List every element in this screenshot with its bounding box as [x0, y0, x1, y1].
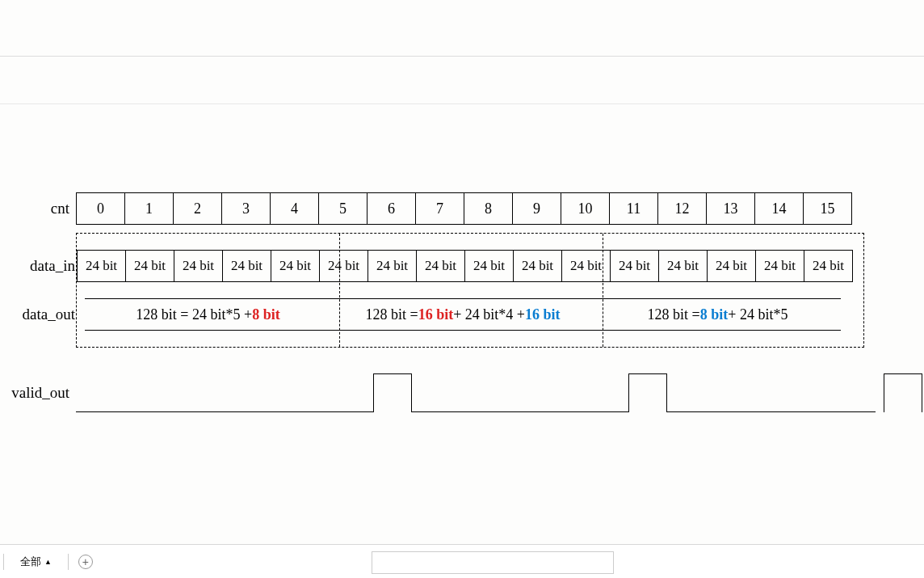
data-in-cell: 24 bit — [707, 250, 756, 282]
footer-all-label: 全部 — [20, 555, 41, 569]
data-in-cell: 24 bit — [77, 250, 126, 282]
cnt-cell: 5 — [318, 192, 368, 225]
cnt-cell: 2 — [173, 192, 222, 225]
valid-track — [76, 373, 876, 412]
group-divider — [339, 234, 340, 347]
cnt-cell: 1 — [124, 192, 174, 225]
row-data-out: data_out 128 bit = 24 bit*5 + 8 bit 128 … — [77, 290, 863, 342]
footer-all-button[interactable]: 全部 ▲ — [14, 555, 58, 569]
data-in-cell: 24 bit — [513, 250, 562, 282]
footer-sep — [68, 554, 69, 570]
data-in-cell: 24 bit — [658, 250, 708, 282]
plus-icon: + — [82, 555, 89, 568]
row-cnt: cnt 0 1 2 3 4 5 6 7 8 9 10 11 12 13 14 1… — [11, 192, 876, 225]
footer-sep — [3, 554, 4, 570]
highlight-blue: 16 bit — [525, 306, 561, 323]
text: 128 bit = 24 bit*5 + — [136, 306, 252, 323]
data-in-cell: 24 bit — [804, 250, 853, 282]
data-in-cell: 24 bit — [174, 250, 223, 282]
cnt-cell: 14 — [754, 192, 804, 225]
label-valid-out: valid_out — [11, 384, 76, 402]
label-cnt: cnt — [11, 200, 76, 217]
highlight-red: 8 bit — [252, 306, 280, 323]
row-data-in: data_in 24 bit 24 bit 24 bit 24 bit 24 b… — [77, 238, 863, 290]
text: + 24 bit*5 — [728, 306, 788, 323]
cnt-cell: 10 — [561, 192, 610, 225]
data-out-seg-1: 128 bit = 24 bit*5 + 8 bit — [85, 298, 331, 331]
data-out-seg-3: 128 bit = 8 bit + 24 bit*5 — [594, 298, 841, 331]
cnt-cell: 8 — [464, 192, 513, 225]
cnt-cell: 0 — [76, 192, 125, 225]
text: + 24 bit*4 + — [453, 306, 525, 323]
data-in-cell: 24 bit — [755, 250, 804, 282]
triangle-up-icon: ▲ — [44, 558, 52, 566]
valid-pulse — [884, 373, 922, 412]
data-in-cell: 24 bit — [125, 250, 174, 282]
data-out-segments: 128 bit = 24 bit*5 + 8 bit 128 bit = 16 … — [77, 298, 863, 331]
cnt-cells: 0 1 2 3 4 5 6 7 8 9 10 11 12 13 14 15 — [76, 192, 852, 225]
valid-pulse — [373, 373, 412, 412]
row-valid-out: valid_out — [11, 373, 876, 412]
cnt-cell: 7 — [415, 192, 464, 225]
data-in-cell: 24 bit — [271, 250, 320, 282]
cnt-cell: 9 — [512, 192, 561, 225]
cnt-cell: 15 — [803, 192, 852, 225]
cnt-cell: 4 — [270, 192, 319, 225]
label-data-out: data_out — [12, 306, 75, 323]
label-data-in: data_in — [12, 257, 75, 275]
data-out-seg-2: 128 bit = 16 bit + 24 bit*4 + 16 bit — [331, 298, 594, 331]
valid-baseline — [76, 411, 876, 412]
highlight-blue: 8 bit — [700, 306, 729, 323]
cnt-cell: 11 — [609, 192, 658, 225]
timing-diagram: cnt 0 1 2 3 4 5 6 7 8 9 10 11 12 13 14 1… — [11, 192, 876, 412]
valid-pulse — [628, 373, 667, 412]
divider — [0, 56, 924, 57]
data-in-cells: 24 bit 24 bit 24 bit 24 bit 24 bit 24 bi… — [77, 250, 853, 282]
footer-bar: 全部 ▲ + — [0, 544, 924, 578]
cnt-cell: 6 — [367, 192, 416, 225]
data-in-cell: 24 bit — [610, 250, 659, 282]
add-button[interactable]: + — [78, 555, 93, 569]
grouping-box: data_in 24 bit 24 bit 24 bit 24 bit 24 b… — [76, 233, 864, 348]
footer-search-input[interactable] — [372, 551, 614, 574]
data-in-cell: 24 bit — [368, 250, 417, 282]
highlight-red: 16 bit — [418, 306, 454, 323]
data-in-cell: 24 bit — [464, 250, 514, 282]
text: 128 bit = — [366, 306, 418, 323]
data-in-cell: 24 bit — [319, 250, 368, 282]
text: 128 bit = — [648, 306, 700, 323]
cnt-cell: 3 — [221, 192, 271, 225]
divider — [0, 103, 924, 104]
group-divider — [603, 234, 603, 347]
data-in-cell: 24 bit — [416, 250, 465, 282]
cnt-cell: 13 — [706, 192, 755, 225]
data-in-cell: 24 bit — [222, 250, 271, 282]
cnt-cell: 12 — [657, 192, 707, 225]
